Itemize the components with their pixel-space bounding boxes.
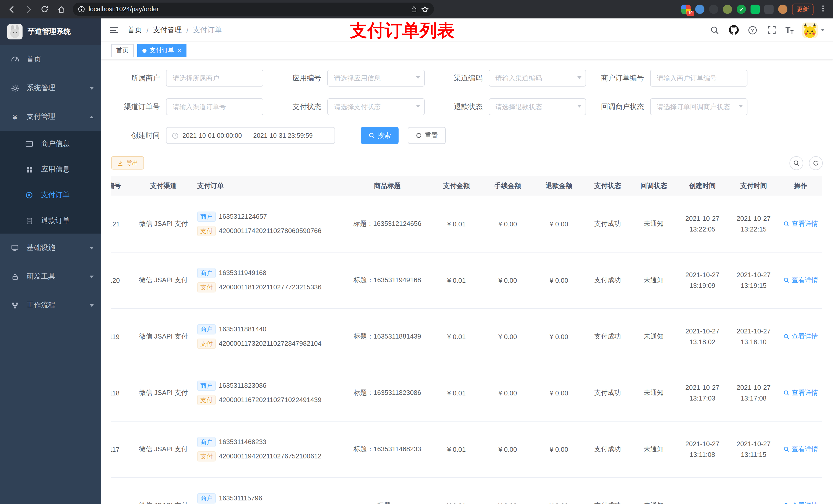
cell-fee: ¥ 0.00 [482,421,533,477]
logo: 芋道管理系统 [0,19,101,45]
cell-refund: ¥ 0.00 [533,365,585,421]
tab-close-icon[interactable]: × [177,47,181,54]
info-icon[interactable] [78,6,85,13]
notify-status-select[interactable] [650,98,747,115]
extension-dark-icon[interactable] [709,5,718,14]
cell-id [111,477,135,504]
yen-icon: ¥ [10,112,20,121]
download-icon [117,160,123,166]
view-detail-link[interactable]: 查看详情 [783,332,818,341]
channel-order-no-input[interactable] [166,98,263,115]
extension-green-check-icon[interactable] [737,5,746,14]
table-row: 117 微信 JSAPI 支付 商户 1635311468233 支付 4200… [111,421,822,477]
view-detail-link[interactable]: 查看详情 [783,388,818,398]
pay-status-select[interactable] [327,98,425,115]
app-header: 首页 / 支付管理 / 支付订单 支付订单列表 ? [101,19,833,42]
export-button[interactable]: 导出 [111,156,144,170]
browser-back-button[interactable] [5,3,19,16]
sidebar-item-workflow[interactable]: 工作流程 [0,291,101,320]
sidebar-item-devtools[interactable]: 研发工具 [0,262,101,291]
view-detail-link[interactable]: 查看详情 [783,445,818,454]
help-icon[interactable]: ? [747,25,758,35]
cell-order: 商户 1635311468233 支付 42000011942021102767… [192,421,344,477]
cell-id: 120 [111,252,135,308]
hamburger-icon[interactable] [109,24,120,35]
chevron-up-icon [90,116,94,118]
cell-amount: ¥ 0.01 [431,252,482,308]
github-icon[interactable] [729,25,739,35]
sidebar-item-home[interactable]: 首页 [0,45,101,74]
chevron-down-icon [739,105,743,107]
font-size-icon[interactable]: TT [785,25,793,34]
view-detail-link[interactable]: 查看详情 [783,501,818,504]
filter-refund-status: 退款状态 [434,98,586,115]
extension-blue-icon[interactable] [695,5,705,14]
avatar[interactable] [802,22,818,38]
extension-wechat-icon[interactable] [751,5,760,14]
merchant-order-no-input[interactable] [650,70,747,87]
column-header-notify: 回调状态 [630,176,677,196]
breadcrumb-pay-manage[interactable]: 支付管理 [153,25,182,34]
sidebar-item-merchant-info[interactable]: 商户信息 [0,131,101,157]
view-detail-link[interactable]: 查看详情 [783,275,818,285]
table-header-row: 编号 支付渠道 支付订单 商品标题 支付金额 手续金额 退款金额 支付状态 回调… [111,176,822,196]
channel-code-select[interactable] [489,70,586,87]
extension-pin-icon[interactable] [764,5,774,14]
page-title-annotation: 支付订单列表 [350,19,454,42]
cell-actions: 查看详情 [779,196,822,252]
tab-pay-order[interactable]: 支付订单 × [137,44,186,57]
browser-forward-button[interactable] [22,3,35,16]
reset-button[interactable]: 重置 [408,127,446,144]
refund-status-select[interactable] [489,98,586,115]
tools-icon [10,272,20,281]
browser-refresh-button[interactable] [38,3,51,16]
filter-label: 所属商户 [111,73,166,83]
app-id-select[interactable] [327,70,425,87]
fullscreen-icon[interactable] [766,25,777,35]
chevron-down-icon [577,76,581,79]
merchant-input[interactable] [166,70,263,87]
app-title: 芋道管理系统 [28,27,71,37]
view-detail-link[interactable]: 查看详情 [783,219,818,229]
sidebar-item-label: 系统管理 [27,83,55,93]
chevron-down-icon [821,29,825,31]
sidebar-item-pay-order[interactable]: 支付订单 [0,182,101,208]
browser-menu-icon[interactable] [818,4,828,14]
cell-pay-time: 2021-10-27 13:18:10 [728,308,779,365]
update-button[interactable]: 更新 [792,3,813,15]
refresh-icon [812,160,819,166]
workflow-icon [10,301,20,310]
user-menu[interactable] [802,22,825,38]
extension-colorful-icon[interactable]: 10 [681,5,691,14]
cell-status: 支付成功 [585,477,630,504]
url-bar[interactable]: localhost:1024/pay/order [73,3,434,16]
search-icon [793,160,800,166]
sidebar-item-system[interactable]: 系统管理 [0,74,101,102]
sidebar-item-infra[interactable]: 基础设施 [0,234,101,262]
extension-olive-icon[interactable] [723,5,732,14]
breadcrumb-home[interactable]: 首页 [127,25,142,34]
search-icon[interactable] [710,25,720,35]
tab-home[interactable]: 首页 [111,44,134,57]
tags-view-bar: 首页 支付订单 × [101,42,833,59]
extension-badge: 10 [687,11,694,16]
filter-app-id: 应用编号 [272,70,425,87]
merchant-tag: 商户 [197,324,216,334]
cell-status: 支付成功 [585,196,630,252]
sidebar-item-payment[interactable]: ¥ 支付管理 [0,102,101,131]
sidebar-item-refund-order[interactable]: 退款订单 [0,208,101,234]
browser-home-button[interactable] [54,3,68,16]
toggle-search-button[interactable] [789,156,803,170]
page-content: 所属商户 应用编号 渠道编码 [101,59,833,504]
share-icon[interactable] [410,6,418,13]
search-button[interactable]: 搜索 [361,127,399,144]
cell-actions: 查看详情 [779,477,822,504]
url-text[interactable]: localhost:1024/pay/order [89,6,407,13]
create-time-range-picker[interactable]: 2021-10-01 00:00:00 - 2021-10-31 23:59:5… [166,127,335,144]
refresh-table-button[interactable] [809,156,823,170]
bookmark-star-icon[interactable] [421,5,429,13]
extension-monkey-icon[interactable] [778,5,787,14]
filter-label: 渠道订单号 [111,102,166,112]
sidebar-item-app-info[interactable]: 应用信息 [0,157,101,182]
search-icon [783,502,789,504]
